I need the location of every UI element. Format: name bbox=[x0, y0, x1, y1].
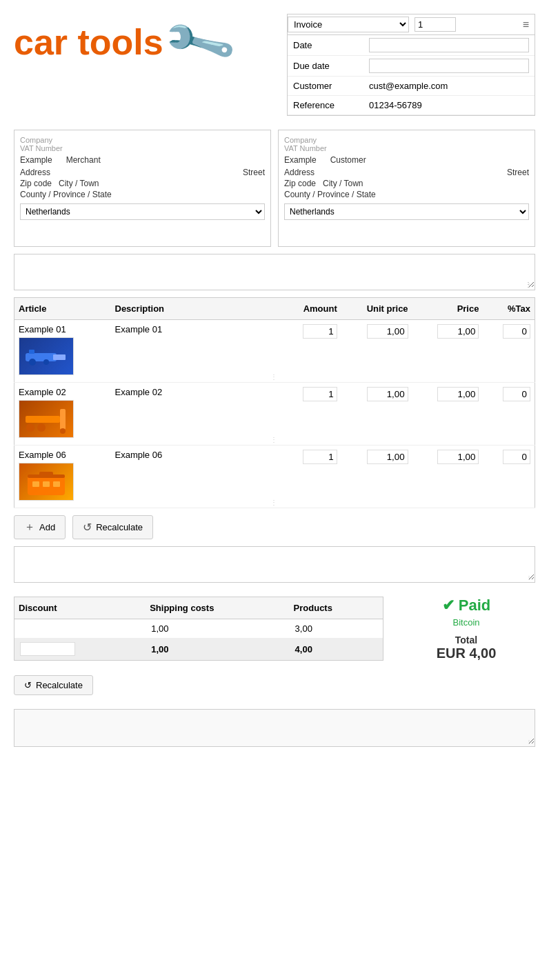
amount-cell-1 bbox=[280, 320, 341, 383]
discount-input[interactable] bbox=[20, 642, 75, 656]
article-cell-1: Example 01 bbox=[14, 320, 111, 383]
table-row: Example 02 Example 02 bbox=[14, 383, 535, 446]
unit-price-input-2[interactable] bbox=[367, 387, 408, 401]
notes-textarea-bottom[interactable] bbox=[14, 547, 535, 580]
unit-price-input-1[interactable] bbox=[367, 324, 408, 339]
unit-price-input-3[interactable] bbox=[367, 450, 408, 464]
header: car tools 🔧 Invoice ≡ Date bbox=[14, 14, 535, 116]
list-icon[interactable]: ≡ bbox=[523, 19, 529, 31]
tax-input-2[interactable] bbox=[503, 387, 530, 401]
products-cell-1: 3,00 bbox=[290, 619, 383, 639]
total-amount: EUR 4,00 bbox=[397, 646, 535, 661]
shipping-cell-2: 1,00 bbox=[146, 638, 289, 660]
date-label: Date bbox=[288, 35, 363, 56]
merchant-address-row: Address Street bbox=[20, 168, 265, 177]
logo-text: car tools bbox=[14, 24, 163, 60]
merchant-county: County / Province / State bbox=[20, 190, 265, 199]
article-name-1: Example 01 bbox=[19, 324, 107, 334]
customer-city: City / Town bbox=[323, 179, 363, 188]
svg-rect-8 bbox=[60, 409, 66, 430]
action-buttons: ＋ Add ↺ Recalculate bbox=[14, 515, 535, 539]
col-products: Products bbox=[290, 597, 383, 619]
due-date-input[interactable] bbox=[369, 59, 529, 73]
svg-rect-5 bbox=[26, 416, 60, 423]
unit-price-cell-1 bbox=[341, 320, 412, 383]
article-name-2: Example 02 bbox=[19, 387, 107, 397]
desc-textarea-1[interactable] bbox=[115, 334, 277, 376]
resize-handle-top: ⋮ bbox=[526, 282, 532, 288]
desc-text-3: Example 06 bbox=[115, 450, 277, 460]
customer-address-row: Address Street bbox=[284, 168, 529, 177]
date-input[interactable] bbox=[369, 38, 529, 52]
recalculate-button-bottom[interactable]: ↺ Recalculate bbox=[14, 675, 93, 695]
tax-cell-1 bbox=[483, 320, 535, 383]
merchant-first-name: Example bbox=[20, 155, 52, 165]
add-button[interactable]: ＋ Add bbox=[14, 515, 66, 539]
invoice-meta: Invoice ≡ Date Due date Customer bbox=[287, 14, 535, 116]
recalculate-icon-bottom: ↺ bbox=[24, 680, 32, 690]
price-input-1[interactable] bbox=[437, 324, 479, 339]
article-cell-3: Example 06 bbox=[14, 446, 111, 508]
shipping-cell-1: 1,00 bbox=[146, 619, 289, 639]
customer-last-name: Customer bbox=[330, 155, 366, 165]
customer-country-select[interactable]: Netherlands Belgium Germany France Unite… bbox=[284, 203, 529, 220]
merchant-street: Street bbox=[243, 168, 265, 177]
reference-label: Reference bbox=[288, 96, 363, 115]
notes-area-bottom: ⋮ bbox=[14, 546, 535, 583]
add-label: Add bbox=[39, 522, 55, 532]
amount-input-2[interactable] bbox=[303, 387, 337, 401]
tax-cell-2 bbox=[483, 383, 535, 446]
product-image-3 bbox=[19, 463, 74, 501]
customer-address-box: Company VAT Number Example Customer Addr… bbox=[278, 130, 535, 247]
add-icon: ＋ bbox=[24, 520, 35, 534]
price-input-3[interactable] bbox=[437, 450, 479, 464]
invoice-number-input[interactable] bbox=[415, 17, 456, 32]
tax-input-3[interactable] bbox=[503, 450, 530, 464]
case-icon-3 bbox=[22, 466, 70, 497]
footer-notes-textarea[interactable] bbox=[14, 710, 535, 744]
amount-input-3[interactable] bbox=[303, 450, 337, 464]
tax-input-1[interactable] bbox=[503, 324, 530, 339]
merchant-last-name: Merchant bbox=[66, 155, 101, 165]
recalculate-button-top[interactable]: ↺ Recalculate bbox=[72, 515, 153, 539]
col-article: Article bbox=[14, 298, 111, 320]
customer-street: Street bbox=[507, 168, 529, 177]
table-row: Example 01 Example 01 bbox=[14, 320, 535, 383]
col-unit-price: Unit price bbox=[341, 298, 412, 320]
customer-name-row: Example Customer bbox=[284, 155, 529, 165]
col-description: Description bbox=[111, 298, 281, 320]
recalculate-label-top: Recalculate bbox=[96, 522, 143, 532]
invoice-type-select[interactable]: Invoice bbox=[288, 17, 409, 32]
totals-row-1: 1,00 3,00 bbox=[14, 619, 383, 639]
date-row: Date bbox=[288, 35, 535, 56]
price-input-2[interactable] bbox=[437, 387, 479, 401]
unit-price-cell-2 bbox=[341, 383, 412, 446]
price-cell-3 bbox=[412, 446, 483, 508]
reference-row: Reference 01234-56789 bbox=[288, 96, 535, 115]
merchant-name-row: Example Merchant bbox=[20, 155, 265, 165]
payment-info: ✔ Paid Bitcoin Total EUR 4,00 bbox=[397, 597, 535, 661]
customer-row: Customer cust@example.com bbox=[288, 77, 535, 96]
desc-textarea-2[interactable] bbox=[115, 397, 277, 439]
address-section: Company VAT Number Example Merchant Addr… bbox=[14, 130, 535, 247]
merchant-zip-label: Zip code bbox=[20, 179, 52, 188]
merchant-company-label: Company bbox=[20, 136, 265, 144]
col-amount: Amount bbox=[280, 298, 341, 320]
price-cell-2 bbox=[412, 383, 483, 446]
tax-cell-3 bbox=[483, 446, 535, 508]
svg-point-7 bbox=[37, 423, 46, 432]
recalculate-icon-top: ↺ bbox=[83, 521, 92, 534]
payment-method: Bitcoin bbox=[397, 617, 535, 628]
svg-rect-2 bbox=[29, 350, 34, 354]
svg-rect-1 bbox=[53, 354, 66, 360]
product-image-2 bbox=[19, 400, 74, 438]
checkmark-icon: ✔ bbox=[442, 597, 455, 614]
desc-textarea-3[interactable] bbox=[115, 460, 277, 501]
svg-rect-13 bbox=[32, 481, 39, 487]
notes-textarea-top[interactable] bbox=[14, 254, 535, 288]
customer-zip-city: Zip code City / Town bbox=[284, 179, 529, 188]
merchant-country-select[interactable]: Netherlands Belgium Germany France Unite… bbox=[20, 203, 265, 220]
svg-point-9 bbox=[60, 428, 66, 434]
items-table: Article Description Amount Unit price Pr… bbox=[14, 297, 535, 508]
amount-input-1[interactable] bbox=[303, 324, 337, 339]
